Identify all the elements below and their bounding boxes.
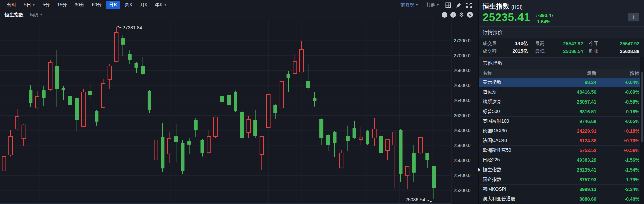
col-header-last: 最新 — [546, 70, 596, 76]
candle — [174, 124, 178, 162]
quote-value: 25628.88 — [604, 49, 639, 54]
candle-body — [432, 166, 436, 188]
candle — [42, 86, 46, 106]
index-row-国企指数[interactable]: 国企指数8757.93-1.79% — [479, 175, 644, 185]
index-name-cell: 澳大利亚普通股 — [483, 196, 546, 202]
index-change-cell: -2.24% — [596, 187, 639, 192]
candle-body — [201, 140, 204, 153]
candle-body — [373, 129, 376, 138]
candle-body — [319, 119, 323, 138]
period-tab-60分[interactable]: 60分 — [89, 1, 105, 9]
period-tab-label: 60分 — [92, 2, 102, 8]
candle-body — [135, 63, 138, 68]
candle-body — [346, 136, 350, 141]
index-row-德国DAX30[interactable]: 德国DAX3024229.91+0.18% — [479, 126, 644, 136]
chevron-down-icon: ▼ — [164, 4, 167, 7]
period-tab-label: 分时 — [7, 2, 16, 8]
current-price: 25235.41 — [483, 12, 530, 23]
index-row-纳斯达克[interactable]: 纳斯达克23057.41-0.59% — [479, 97, 644, 107]
candle — [386, 139, 389, 160]
candle — [75, 97, 79, 131]
period-tab-label: 年K — [155, 2, 163, 8]
index-name-cell: 标普500 — [483, 109, 546, 115]
index-row-标普500[interactable]: 标普5006816.51-0.16% — [479, 107, 644, 117]
fullscreen-icon[interactable] — [466, 2, 472, 8]
price-change-block: ↓-393.47 -1.54% — [536, 12, 554, 25]
index-change-cell: -1.56% — [596, 157, 639, 163]
candle-body — [386, 140, 389, 150]
candle-body — [227, 95, 231, 105]
more-dropdown[interactable]: 其他 ▼ — [423, 1, 442, 9]
col-header-change: 涨幅 — [596, 70, 639, 76]
y-axis-labels: 27200.027000.026800.026600.026400.026200… — [454, 38, 471, 193]
candle-body — [121, 38, 125, 45]
index-row-欧洲斯托克50[interactable]: 欧洲斯托克505752.52+0.56% — [479, 146, 644, 155]
index-row-韩国KOSPI[interactable]: 韩国KOSPI3999.13-2.24% — [479, 185, 644, 194]
index-row-日经225[interactable]: 日经22549383.29-1.56% — [479, 155, 644, 165]
price-row: 25235.41 ↓-393.47 -1.54% — [483, 12, 640, 25]
candle — [366, 130, 369, 145]
y-tick-label: 25200.0 — [454, 188, 471, 193]
index-row-英国富时100[interactable]: 英国富时1009746.68-0.05% — [479, 117, 644, 126]
index-row-美元指数[interactable]: 美元指数98.24-0.04% — [479, 78, 644, 87]
zoom-out-icon[interactable]: − — [442, 12, 447, 18]
candle — [267, 94, 270, 128]
index-row-恒生指数[interactable]: 恒生指数25235.41-1.54% — [479, 165, 644, 175]
index-row-法国CAC40[interactable]: 法国CAC408124.88+0.70% — [479, 136, 644, 146]
period-tab-年K[interactable]: 年K▼ — [152, 1, 170, 9]
y-tick-label: 26400.0 — [454, 98, 471, 103]
period-tab-5分[interactable]: 5分 — [40, 1, 53, 9]
candle — [319, 118, 323, 145]
candle-body — [29, 90, 32, 103]
quote-section-title: 行情报价 — [479, 26, 644, 38]
panel-scrollbar[interactable] — [640, 57, 644, 204]
chart-section: 分时5日▼5分15分30分60分日K周K月K年K▼ 前复权 ▼ 其他 ▼ 恒生指… — [0, 0, 478, 204]
quote-label: 今开 — [589, 41, 604, 47]
scrollbar-thumb[interactable] — [641, 72, 643, 142]
period-tab-月K[interactable]: 月K — [137, 1, 151, 9]
ma-dropdown[interactable]: 均线 ▼ — [30, 12, 43, 18]
chart-settings-gear-icon[interactable]: ⚙ — [459, 12, 464, 18]
time-axis-strip — [0, 203, 451, 204]
y-tick-label: 25600.0 — [454, 158, 471, 163]
period-tab-label: 周K — [125, 2, 132, 8]
index-last-cell: 98.24 — [546, 80, 596, 85]
trading-app: 分时5日▼5分15分30分60分日K周K月K年K▼ 前复权 ▼ 其他 ▼ 恒生指… — [0, 0, 644, 204]
index-last-cell: 24229.91 — [546, 128, 596, 134]
candle — [48, 60, 52, 91]
index-name-cell: 纳斯达克 — [483, 99, 546, 105]
index-row-澳大利亚普通股[interactable]: 澳大利亚普通股8880.60-0.48% — [479, 194, 644, 204]
index-row-道琼斯[interactable]: 道琼斯48416.56-0.09% — [479, 87, 644, 97]
candle-body — [379, 136, 383, 153]
y-tick-label: 26000.0 — [454, 128, 471, 133]
current-index-marker-icon — [478, 168, 480, 172]
draw-brush-icon[interactable] — [456, 2, 461, 8]
period-tab-15分[interactable]: 15分 — [54, 1, 70, 9]
period-tab-5日[interactable]: 5日▼ — [21, 1, 38, 9]
candle-body — [405, 167, 409, 175]
candlestick-chart[interactable]: 27200.027000.026800.026600.026400.026200… — [0, 19, 478, 204]
period-tab-周K[interactable]: 周K — [121, 1, 135, 9]
adjust-mode-dropdown[interactable]: 前复权 ▼ — [397, 1, 422, 9]
period-tab-30分[interactable]: 30分 — [71, 1, 88, 9]
y-tick-label: 25800.0 — [454, 143, 471, 148]
candle — [220, 95, 224, 105]
candle — [35, 91, 39, 109]
candle-body — [22, 125, 26, 138]
candle-body — [95, 111, 98, 122]
period-tab-日K[interactable]: 日K — [106, 1, 120, 9]
chart-subheader: 恒生指数 均线 ▼ − + ⚙ ✕ — [0, 10, 478, 19]
period-tab-分时[interactable]: 分时 — [4, 1, 19, 9]
zoom-in-icon[interactable]: + — [450, 12, 456, 18]
candle-body — [267, 95, 270, 127]
add-to-watchlist-button[interactable]: + — [628, 13, 639, 21]
period-tab-label: 5分 — [43, 2, 50, 8]
candle — [306, 64, 310, 90]
candle — [293, 54, 297, 74]
candle-body — [141, 66, 145, 74]
close-chart-icon[interactable]: ✕ — [467, 12, 473, 18]
candle-body — [82, 92, 85, 126]
candle — [214, 117, 217, 138]
candle-body — [333, 132, 337, 143]
grid-layout-icon[interactable] — [445, 2, 451, 8]
